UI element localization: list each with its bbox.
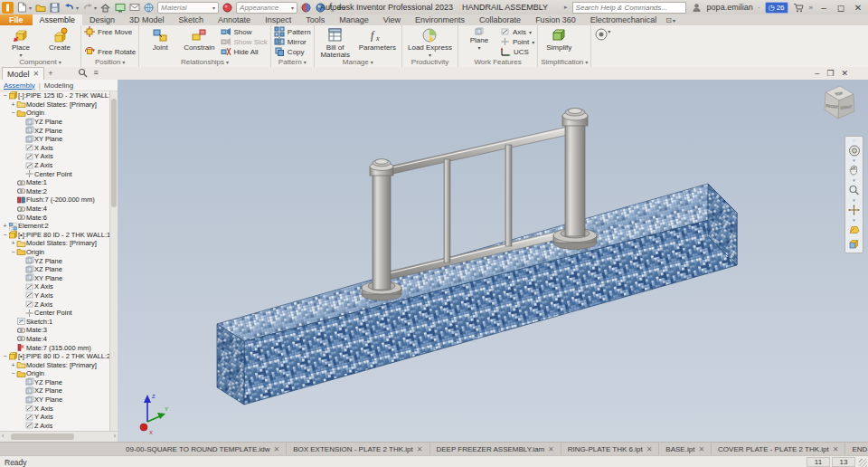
- doc-close-button[interactable]: ✕: [841, 69, 848, 78]
- ribbon-tab-sketch[interactable]: Sketch: [172, 14, 212, 25]
- add-panel-button[interactable]: +: [48, 69, 52, 78]
- tree-item[interactable]: XZ Plane: [0, 265, 110, 274]
- chevron-down-icon[interactable]: ▾: [29, 5, 32, 11]
- tree-item[interactable]: +Model States: [Primary]: [0, 239, 110, 248]
- expand-chevrons-icon[interactable]: »: [809, 4, 813, 12]
- tree-item[interactable]: Y Axis: [0, 152, 110, 161]
- tree-item[interactable]: −[•]:PIPE 80 ID - 2 THK WALL:1: [0, 231, 110, 240]
- user-name[interactable]: popa.emilian: [707, 3, 753, 12]
- tree-item[interactable]: YZ Plane: [0, 378, 110, 387]
- ribbon-tab-fusion-360[interactable]: Fusion 360: [528, 14, 583, 25]
- tree-item[interactable]: YZ Plane: [0, 118, 110, 127]
- tree-item[interactable]: X Axis: [0, 282, 110, 291]
- tree-expander[interactable]: −: [10, 370, 16, 376]
- chevron-down-icon[interactable]: ▾: [853, 198, 855, 202]
- cart-icon[interactable]: [793, 2, 805, 14]
- look-at-button[interactable]: [847, 224, 861, 236]
- tree-vertical-scrollbar[interactable]: [109, 91, 118, 431]
- redo-icon[interactable]: [81, 2, 93, 14]
- bill-of-materials-button[interactable]: Bill of Materials: [317, 26, 354, 57]
- tree-item[interactable]: Mate:1: [0, 178, 110, 187]
- chevron-down-icon[interactable]: ▾: [76, 5, 79, 11]
- document-tab[interactable]: 09-00-SQUARE TO ROUND TEMPLATE.idw✕: [119, 443, 287, 456]
- appearance-ball-icon[interactable]: [222, 2, 233, 14]
- group-label[interactable]: Component▾: [3, 57, 78, 66]
- chevron-down-icon[interactable]: ▾: [532, 39, 534, 45]
- chevron-down-icon[interactable]: ▾: [673, 17, 675, 24]
- simplify-button[interactable]: Simplify: [541, 26, 577, 57]
- tree-horizontal-scrollbar[interactable]: ‹ ›: [0, 431, 118, 442]
- minimize-button[interactable]: –: [817, 3, 830, 13]
- tree-item[interactable]: Y Axis: [0, 413, 110, 422]
- navbar-handle[interactable]: ○: [853, 138, 855, 142]
- group-label[interactable]: Work Features: [461, 57, 534, 66]
- tree-item[interactable]: Center Point: [0, 309, 110, 318]
- tree-expander[interactable]: −: [2, 232, 8, 238]
- tree-item[interactable]: Mate:6: [0, 213, 110, 222]
- close-icon[interactable]: ✕: [698, 445, 704, 453]
- close-icon[interactable]: ✕: [833, 445, 839, 453]
- free-rotate-button[interactable]: Free Rotate: [84, 47, 136, 56]
- tree-expander[interactable]: +: [10, 362, 16, 368]
- document-tab[interactable]: RING-PLATE THK 6.ipt✕: [561, 443, 660, 456]
- document-tab[interactable]: COVER PLATE - PLATE 2 THK.ipt✕: [712, 443, 845, 456]
- browser-sub-tab-modeling[interactable]: Modeling: [44, 81, 73, 90]
- qat-customize-caret[interactable]: ▾: [343, 5, 345, 11]
- ribbon-tab-file[interactable]: File: [0, 14, 33, 25]
- pan-hand-button[interactable]: [847, 164, 861, 176]
- visibility-toggle-icon[interactable]: [595, 28, 608, 44]
- appearance-combo[interactable]: Appearance▾: [236, 2, 297, 14]
- maximize-button[interactable]: ◻: [835, 3, 847, 13]
- search-input[interactable]: [572, 2, 686, 14]
- free-move-button[interactable]: Free Move: [84, 27, 136, 36]
- tree-expander[interactable]: +: [10, 101, 16, 108]
- user-icon[interactable]: [691, 2, 703, 14]
- create-button[interactable]: Create: [42, 26, 78, 57]
- close-icon[interactable]: ✕: [33, 70, 40, 78]
- load-express-button[interactable]: Load Express▾: [405, 26, 455, 57]
- undo-icon[interactable]: [63, 2, 75, 14]
- group-label[interactable]: Pattern▾: [274, 57, 311, 66]
- tree-expander[interactable]: −: [10, 249, 16, 255]
- zoom-magnifier-button[interactable]: [847, 184, 861, 196]
- fx-icon[interactable]: fx: [329, 2, 335, 13]
- chevron-down-icon[interactable]: ▾: [853, 218, 855, 222]
- ribbon-display-icon[interactable]: ⊡: [665, 16, 672, 24]
- tree-item[interactable]: Mate:3: [0, 326, 110, 335]
- browser-sub-tab-assembly[interactable]: Assembly: [4, 81, 35, 90]
- ribbon-tab-design[interactable]: Design: [82, 14, 122, 25]
- search-type-arrow[interactable]: ▸: [564, 4, 568, 11]
- document-tab[interactable]: DEEP FREEZER ASSEMBLY.iam✕: [430, 443, 561, 456]
- tree-item[interactable]: Center Point: [0, 169, 110, 178]
- place-button[interactable]: Place▾: [3, 26, 39, 57]
- parameters-button[interactable]: fxParameters: [356, 26, 399, 57]
- notification-badge[interactable]: ◷26: [765, 2, 788, 14]
- menu-icon[interactable]: ≡: [93, 68, 98, 80]
- chevron-down-icon[interactable]: ▾: [529, 29, 532, 35]
- tree-item[interactable]: −Origin: [0, 369, 110, 378]
- ribbon-tab-inspect[interactable]: Inspect: [258, 14, 298, 25]
- close-icon[interactable]: ✕: [273, 445, 279, 453]
- axis-button[interactable]: Axis▾: [500, 27, 534, 36]
- scroll-left-arrow[interactable]: ‹: [2, 433, 4, 439]
- mirror-button[interactable]: Mirror: [274, 37, 311, 46]
- tree-item[interactable]: +Model States: [Primary]: [0, 360, 110, 369]
- search-icon[interactable]: [78, 68, 88, 80]
- document-tab[interactable]: BOX EXTENSION - PLATE 2 THK.ipt✕: [287, 443, 429, 456]
- tree-item[interactable]: XY Plane: [0, 396, 110, 405]
- close-icon[interactable]: ✕: [646, 445, 653, 453]
- pattern-button[interactable]: Pattern: [274, 27, 311, 36]
- tree-expander[interactable]: +: [10, 240, 16, 246]
- tree-item[interactable]: XY Plane: [0, 135, 110, 144]
- tree-item[interactable]: Z Axis: [0, 300, 110, 309]
- joint-button[interactable]: Joint: [142, 26, 178, 57]
- tree-item[interactable]: Z Axis: [0, 161, 110, 170]
- doc-restore-button[interactable]: ❐: [826, 69, 834, 78]
- tiled-beam[interactable]: [217, 184, 737, 405]
- tree-expander[interactable]: −: [2, 92, 8, 99]
- ribbon-tab-electromechanical[interactable]: Electromechanical: [583, 14, 665, 25]
- nav-wheel-button[interactable]: [847, 144, 861, 157]
- tree-item[interactable]: Mate:2: [0, 187, 110, 196]
- plane-button[interactable]: Plane▾: [461, 26, 497, 57]
- tree-item[interactable]: XZ Plane: [0, 386, 110, 396]
